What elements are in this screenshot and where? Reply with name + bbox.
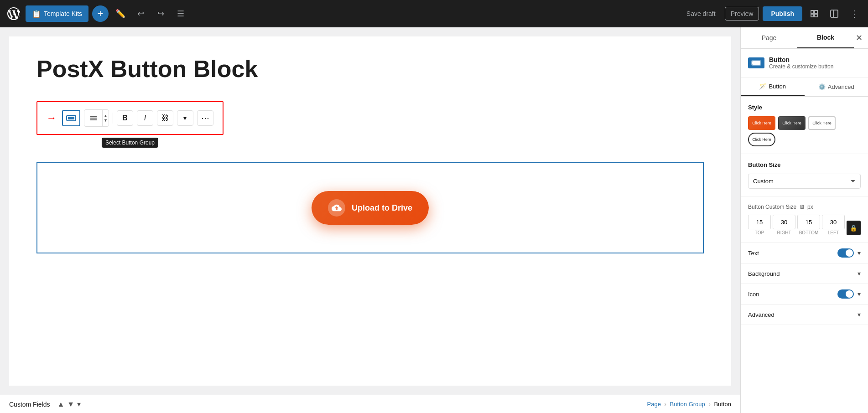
main-layout: PostX Button Block → [0, 27, 868, 413]
upload-icon [328, 199, 345, 217]
svg-rect-10 [90, 119, 97, 120]
padding-bottom-label: BOTTOM [799, 230, 819, 235]
upload-to-drive-button[interactable]: Upload to Drive [312, 191, 429, 225]
top-bar: 📋 Template Kits + ✏️ ↩ ↪ ☰ Save draft Pr… [0, 0, 868, 27]
svg-rect-0 [811, 10, 814, 13]
style-option-1[interactable]: Click Here [748, 116, 775, 130]
icon-toggle[interactable] [837, 289, 854, 299]
style-section: Style Click Here Click Here Click Here C… [741, 97, 868, 154]
text-toggle[interactable] [837, 248, 854, 258]
block-info-text: Button Create & customize button [769, 56, 833, 70]
icon-toggle-row: Icon ▾ [741, 284, 868, 305]
style-option-2[interactable]: Click Here [778, 116, 806, 130]
gear-icon: ⚙️ [818, 83, 826, 90]
icon-label: Icon [748, 291, 759, 298]
style-label: Style [748, 104, 861, 111]
close-sidebar-button[interactable]: ✕ [854, 31, 864, 45]
panel-tab-advanced[interactable]: ⚙️ Advanced [805, 77, 868, 96]
padding-right-label: RIGHT [777, 230, 791, 235]
style-option-3[interactable]: Click Here [808, 116, 836, 130]
text-chevron[interactable]: ▾ [858, 249, 861, 257]
template-kits-icon: 📋 [32, 10, 41, 18]
breadcrumb-page[interactable]: Page [647, 401, 661, 408]
page-title: PostX Button Block [36, 55, 704, 83]
panel-tab-button[interactable]: 🪄 Button [741, 77, 805, 96]
block-up-button[interactable]: ▲ [104, 114, 108, 118]
publish-button[interactable]: Publish [763, 6, 802, 21]
undo-button[interactable]: ↩ [132, 5, 149, 22]
padding-left-input[interactable] [822, 215, 845, 229]
padding-left-label: LEFT [828, 230, 839, 235]
edit-icon-button[interactable]: ✏️ [112, 5, 129, 22]
button-block-selector[interactable] [62, 110, 80, 126]
background-row[interactable]: Background ▾ [741, 263, 868, 284]
style-options: Click Here Click Here Click Here Click H… [748, 116, 861, 146]
select-button-group-tooltip: Select Button Group [102, 138, 158, 148]
padding-top-input[interactable] [748, 215, 771, 229]
padding-bottom-input[interactable] [797, 215, 820, 229]
block-info-panel: Button Create & customize button [741, 49, 868, 77]
collapse-up-button[interactable]: ▲ [57, 400, 64, 408]
wand-icon: 🪄 [759, 83, 766, 90]
italic-button[interactable]: I [137, 110, 153, 126]
editor-mode-button[interactable] [826, 5, 842, 22]
svg-rect-7 [68, 117, 74, 119]
advanced-chevron[interactable]: ▾ [858, 311, 861, 318]
button-custom-size-label: Button Custom Size [748, 204, 796, 210]
redo-button[interactable]: ↪ [152, 5, 169, 22]
template-kits-button[interactable]: 📋 Template Kits [26, 5, 88, 22]
svg-rect-1 [815, 10, 817, 13]
block-down-button[interactable]: ▼ [104, 119, 108, 123]
block-toolbar-group: ▲ ▼ [84, 109, 109, 127]
style-option-4[interactable]: Click Here [748, 133, 775, 146]
svg-rect-2 [811, 14, 814, 17]
more-rich-options-button[interactable]: ▾ [177, 110, 193, 126]
save-draft-button[interactable]: Save draft [681, 7, 721, 20]
editor-area: PostX Button Block → [0, 27, 740, 413]
preview-button[interactable]: Preview [725, 7, 759, 21]
button-size-label: Button Size [748, 161, 861, 168]
padding-top-label: TOP [755, 230, 764, 235]
block-more-button[interactable]: ⋯ [197, 110, 213, 126]
breadcrumb-button: Button [714, 401, 731, 408]
panel-tabs: 🪄 Button ⚙️ Advanced [741, 77, 868, 97]
text-label: Text [748, 250, 759, 257]
button-content-block: Upload to Drive [36, 162, 704, 253]
block-move-icon[interactable] [84, 110, 103, 126]
settings-button[interactable]: ▾ [77, 400, 81, 408]
more-options-button[interactable]: ⋮ [846, 5, 863, 22]
background-label: Background [748, 270, 780, 277]
button-size-dropdown[interactable]: Custom Small Medium Large [748, 174, 861, 189]
padding-lock-button[interactable]: 🔒 [847, 221, 861, 235]
button-custom-size-section: Button Custom Size 🖥 px TOP RIGHT BOTTOM [741, 196, 868, 243]
block-icon-preview [748, 57, 764, 68]
link-button[interactable]: ⛓ [157, 110, 173, 126]
list-view-button[interactable]: ☰ [172, 5, 189, 22]
text-toggle-row: Text ▾ [741, 243, 868, 263]
bold-button[interactable]: B [117, 110, 133, 126]
advanced-row[interactable]: Advanced ▾ [741, 305, 868, 325]
collapse-down-button[interactable]: ▼ [67, 400, 74, 408]
icon-chevron[interactable]: ▾ [858, 290, 861, 298]
tab-block[interactable]: Block [797, 27, 854, 48]
tab-page[interactable]: Page [741, 28, 797, 48]
svg-rect-8 [90, 116, 97, 117]
sidebar-tabs: Page Block ✕ [741, 27, 868, 49]
svg-rect-12 [752, 61, 760, 65]
view-toggle-button[interactable] [806, 5, 822, 22]
bottom-bar: Custom Fields ▲ ▼ ▾ Page › Button Group … [0, 395, 740, 413]
block-up-down[interactable]: ▲ ▼ [103, 112, 109, 124]
padding-inputs: TOP RIGHT BOTTOM LEFT 🔒 [748, 215, 861, 235]
custom-size-row: Button Custom Size 🖥 px [748, 204, 861, 210]
background-chevron[interactable]: ▾ [858, 270, 861, 277]
padding-bottom-wrap: BOTTOM [797, 215, 820, 235]
desktop-icon: 🖥 [799, 204, 805, 210]
svg-rect-3 [815, 14, 817, 17]
toolbar-separator [113, 113, 113, 124]
padding-right-input[interactable] [773, 215, 795, 229]
breadcrumb-button-group[interactable]: Button Group [670, 401, 705, 408]
svg-rect-4 [831, 10, 838, 17]
wp-logo[interactable] [5, 5, 22, 22]
add-block-button[interactable]: + [92, 5, 109, 22]
arrow-icon: → [47, 112, 57, 124]
